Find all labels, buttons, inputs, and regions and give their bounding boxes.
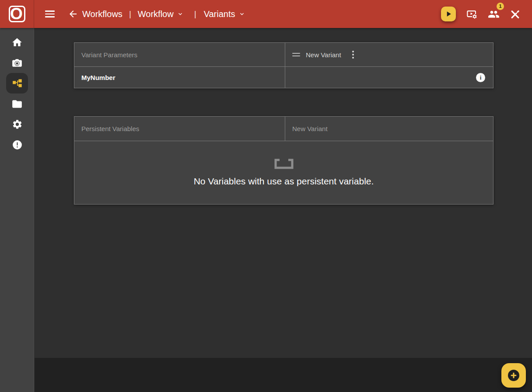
camera-icon: [11, 57, 23, 69]
plus-icon: [507, 369, 520, 382]
bottom-bar: [35, 358, 532, 392]
chevron-down-icon: [177, 10, 184, 17]
variant-parameters-table: Variant Parameters New Variant MyNumber …: [74, 42, 494, 88]
sidebar-item-camera[interactable]: [0, 52, 34, 73]
back-arrow-icon[interactable]: [67, 8, 79, 20]
simulation-settings-button[interactable]: [466, 8, 478, 20]
run-workflow-button[interactable]: [441, 7, 456, 21]
info-icon[interactable]: i: [476, 73, 485, 82]
logo-frame-icon: O: [9, 6, 25, 22]
empty-tray-icon: [273, 159, 294, 169]
variant-column-header: New Variant: [285, 43, 493, 66]
workflow-dropdown[interactable]: Workflow: [138, 9, 184, 19]
folder-icon: [11, 98, 23, 110]
sidebar-item-alerts[interactable]: [0, 135, 34, 155]
play-icon: [444, 10, 453, 18]
workflow-tree-icon: [12, 78, 23, 89]
edit-off-icon: [510, 9, 521, 20]
app-header: O Workflows | Workflow | Variants: [0, 0, 532, 28]
empty-state-message: No Variables with use as persistent vari…: [194, 176, 374, 187]
breadcrumb-separator: |: [129, 9, 131, 19]
table-row: MyNumber i: [74, 67, 493, 88]
logo-letter: O: [10, 6, 23, 22]
variant-parameters-header: Variant Parameters New Variant: [74, 43, 493, 67]
users-count-badge: 1: [497, 3, 504, 10]
app-logo[interactable]: O: [0, 0, 34, 28]
breadcrumb-workflows[interactable]: Workflows: [82, 9, 122, 19]
sidebar: [0, 28, 34, 392]
parameter-value-cell: i: [285, 67, 493, 88]
sidebar-item-home[interactable]: [0, 32, 34, 52]
chevron-down-icon: [238, 10, 245, 17]
sidebar-active-indicator: [6, 73, 28, 94]
empty-state: No Variables with use as persistent vari…: [74, 141, 493, 204]
add-variable-fab[interactable]: [501, 363, 526, 388]
variant-name-label: New Variant: [306, 51, 341, 59]
menu-icon[interactable]: [45, 9, 55, 19]
persistent-variables-table: Persistent Variables New Variant No Vari…: [74, 116, 494, 205]
users-icon: [488, 8, 500, 20]
variant-column-header: New Variant: [285, 117, 493, 141]
persistent-variables-title: Persistent Variables: [74, 117, 285, 141]
users-button[interactable]: 1: [488, 8, 500, 20]
breadcrumb-workflows-label: Workflows: [82, 9, 122, 19]
drag-handle-icon[interactable]: [292, 51, 300, 59]
variant-parameters-title: Variant Parameters: [74, 43, 285, 66]
breadcrumb-separator: |: [194, 9, 196, 19]
variants-dropdown-label: Variants: [204, 9, 235, 19]
sidebar-item-settings[interactable]: [0, 114, 34, 135]
persistent-variables-header: Persistent Variables New Variant: [74, 117, 493, 141]
sidebar-item-workflows[interactable]: [0, 73, 34, 94]
variant-menu-kebab-icon[interactable]: [350, 49, 357, 60]
video-settings-icon: [466, 8, 478, 20]
home-icon: [11, 37, 23, 48]
variants-dropdown[interactable]: Variants: [204, 9, 245, 19]
parameter-name-cell: MyNumber: [74, 67, 285, 88]
workflow-dropdown-label: Workflow: [138, 9, 174, 19]
disconnect-edit-off-button[interactable]: [510, 9, 521, 20]
main-content: Variant Parameters New Variant MyNumber …: [35, 28, 532, 392]
sidebar-item-files[interactable]: [0, 94, 34, 114]
alert-circle-icon: [12, 139, 23, 150]
gear-icon: [12, 119, 23, 130]
